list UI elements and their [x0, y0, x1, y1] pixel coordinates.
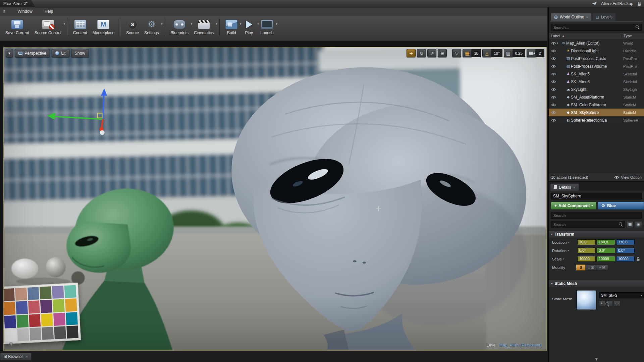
- visibility-eye-icon[interactable]: [550, 42, 557, 45]
- static-mesh-thumbnail[interactable]: [577, 290, 596, 310]
- scale-snap-value[interactable]: 0,25: [513, 49, 525, 57]
- outliner-row[interactable]: ▾ ◆ SM_AssetPlatform StaticM: [549, 93, 644, 101]
- visibility-eye-icon[interactable]: [550, 88, 557, 91]
- column-label[interactable]: Label ▲: [551, 34, 621, 38]
- z-value-field[interactable]: 0,0°: [616, 248, 635, 253]
- camera-speed-value[interactable]: 2: [536, 49, 544, 57]
- toolbar-button[interactable]: ▾ Cinematics: [191, 18, 216, 36]
- visibility-eye-icon[interactable]: [550, 96, 557, 99]
- tab-details[interactable]: Details ×: [550, 183, 579, 191]
- search-icon[interactable]: [636, 25, 640, 29]
- display-options-button[interactable]: ◉: [635, 221, 642, 228]
- rotate-tool-button[interactable]: ↻: [417, 49, 426, 57]
- toolbar-button[interactable]: ▾ Blueprints: [168, 18, 191, 36]
- toolbar-button[interactable]: ▾ Content: [70, 18, 90, 36]
- visibility-eye-icon[interactable]: [550, 72, 557, 76]
- browse-asset-button[interactable]: [606, 300, 613, 306]
- outliner-row[interactable]: ▾ ◐ SphereReflectionCa SphereR: [549, 116, 644, 124]
- content-browser-tab[interactable]: nt Browser ×: [0, 353, 32, 360]
- outliner-row[interactable]: ▾ ◆ SM_ColorCalibrator StaticM: [549, 101, 644, 109]
- move-tool-button[interactable]: +: [407, 49, 416, 57]
- dropdown-caret-icon[interactable]: ▾: [64, 22, 65, 25]
- viewport-options-button[interactable]: ▾: [6, 49, 13, 57]
- outliner-row[interactable]: ▾ ☀ DirectionalLight Directio: [549, 47, 644, 55]
- static-mesh-asset-combo[interactable]: SM_SkyS ▾: [599, 292, 644, 298]
- add-component-button[interactable]: + Add Component ▾: [551, 202, 596, 209]
- selected-object-name-field[interactable]: SM_SkySphere: [551, 193, 642, 199]
- rotation-snap-button[interactable]: △: [482, 49, 491, 57]
- tab-world-outliner[interactable]: World Outline ×: [551, 13, 592, 21]
- scroll-more-indicator[interactable]: ▼: [549, 357, 644, 361]
- transform-row-label[interactable]: Rotation ▾: [552, 249, 576, 253]
- menu-item[interactable]: it: [2, 8, 7, 14]
- x-value-field[interactable]: 10000: [577, 256, 596, 262]
- toolbar-button[interactable]: ▾ Launch: [258, 18, 276, 36]
- level-name[interactable]: Map_Alien (Persistent): [499, 343, 542, 348]
- outliner-row[interactable]: ▾ ♟ SK_Alien6 Skeletal: [549, 78, 644, 85]
- scale-tool-button[interactable]: ↗: [427, 49, 436, 57]
- visibility-eye-icon[interactable]: [550, 49, 557, 53]
- show-button[interactable]: Show: [71, 49, 89, 57]
- 3d-scene[interactable]: [4, 47, 546, 350]
- toolbar-button[interactable]: ▾ Source: [123, 18, 142, 36]
- search-icon[interactable]: [619, 222, 623, 227]
- toolbar-button[interactable]: ▾ Save Current: [3, 18, 32, 36]
- x-value-field[interactable]: 20,0: [577, 239, 596, 245]
- outliner-row[interactable]: ▾ ♟ SK_Alien5 Skeletal: [549, 70, 644, 78]
- outliner-row[interactable]: ▾ ▧ PostProcessVolume PostPro: [549, 62, 644, 70]
- transform-section-header[interactable]: ▾ Transform: [549, 231, 644, 238]
- menu-item[interactable]: Window: [16, 8, 34, 14]
- z-value-field[interactable]: 170,0: [616, 239, 635, 245]
- visibility-eye-icon[interactable]: [550, 80, 557, 83]
- view-options-button[interactable]: View Option: [614, 175, 642, 179]
- toolbar-button[interactable]: ▾ Marketplace: [90, 18, 117, 36]
- more-options-button[interactable]: ⋯: [614, 300, 620, 306]
- rotation-snap-value[interactable]: 10°: [491, 49, 502, 57]
- outliner-row[interactable]: ▾ ▧ PostProcess_Custo PostPro: [549, 55, 644, 62]
- toolbar-button[interactable]: ▾ Settings: [142, 18, 161, 36]
- outliner-search-input[interactable]: [551, 24, 642, 31]
- visibility-eye-icon[interactable]: [550, 103, 557, 107]
- grid-snap-value[interactable]: 10: [472, 49, 481, 57]
- visibility-eye-icon[interactable]: [550, 111, 557, 114]
- static-mesh-section-header[interactable]: ▾ Static Mesh: [549, 280, 644, 287]
- details-search-input[interactable]: [551, 212, 642, 219]
- toolbar-button[interactable]: ▾ Build: [223, 18, 240, 36]
- lock-icon[interactable]: [636, 257, 640, 261]
- close-icon[interactable]: ×: [573, 185, 575, 189]
- dropdown-caret-icon[interactable]: ▾: [161, 22, 163, 25]
- blueprint-button[interactable]: ⚙ Blue: [598, 202, 644, 209]
- visibility-eye-icon[interactable]: [550, 65, 557, 68]
- level-document-tab[interactable]: Map_Alien_3*: [0, 0, 36, 7]
- perspective-button[interactable]: Perspective: [15, 49, 50, 57]
- y-value-field[interactable]: 0,0°: [597, 248, 615, 253]
- dropdown-caret-icon[interactable]: ▾: [276, 22, 277, 25]
- z-value-field[interactable]: 10000: [616, 256, 635, 262]
- expander-icon[interactable]: ▾: [557, 42, 561, 45]
- outliner-row[interactable]: ▾ ◆ SM_SkySphere StaticM: [549, 109, 644, 116]
- use-selected-asset-button[interactable]: ←: [599, 300, 605, 306]
- y-value-field[interactable]: 180,0: [597, 239, 615, 245]
- toolbar-button[interactable]: ▾ Play: [240, 18, 258, 36]
- outliner-empty-area[interactable]: [549, 124, 644, 173]
- close-icon[interactable]: ×: [586, 15, 588, 19]
- dropdown-caret-icon[interactable]: ▾: [216, 22, 217, 25]
- visibility-eye-icon[interactable]: [550, 57, 557, 60]
- toolbar-button[interactable]: ▾ Source Control: [32, 18, 64, 36]
- mobility-option-button[interactable]: ⊥ S: [585, 264, 596, 270]
- close-icon[interactable]: ×: [25, 355, 28, 359]
- lock-icon[interactable]: [637, 2, 641, 6]
- world-coordinate-button[interactable]: ⊕: [438, 49, 447, 57]
- outliner-row[interactable]: ▾ ⊕ Map_Alien (Editor) World: [549, 39, 644, 47]
- send-icon[interactable]: [592, 2, 597, 6]
- mobility-option-button[interactable]: S: [576, 264, 585, 270]
- scale-snap-button[interactable]: ▥: [504, 49, 513, 57]
- y-value-field[interactable]: 10000: [597, 256, 615, 262]
- column-type[interactable]: Type: [621, 34, 642, 38]
- details-filter-input[interactable]: [551, 221, 625, 228]
- tab-levels[interactable]: ▤ Levels: [592, 13, 616, 21]
- surface-snap-button[interactable]: ▽: [452, 49, 461, 57]
- outliner-row[interactable]: ▾ ☁ SkyLight SkyLigh: [549, 85, 644, 93]
- lit-mode-button[interactable]: Lit: [52, 49, 69, 57]
- viewport[interactable]: ▾ Perspective Lit Show + ↻ ↗ ⊕: [3, 47, 547, 351]
